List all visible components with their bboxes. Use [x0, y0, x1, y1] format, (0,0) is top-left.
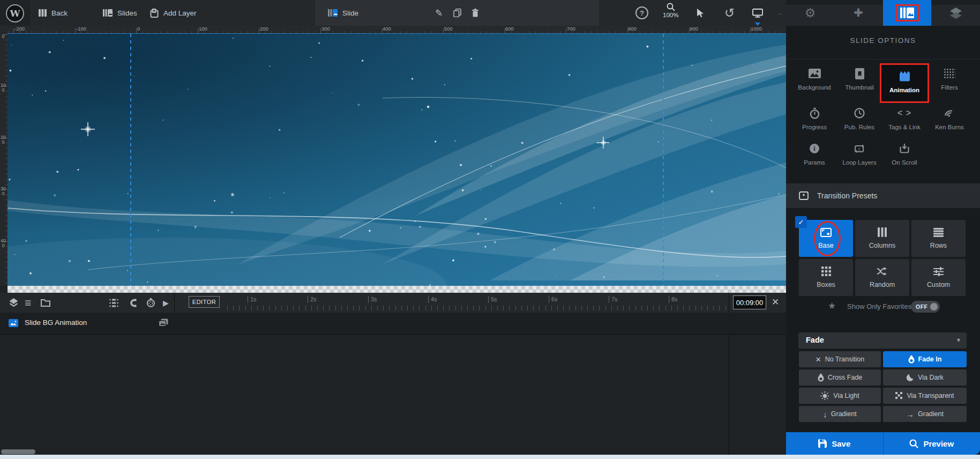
add-layer-button[interactable]: Add Layer [149, 0, 197, 26]
timeline-menu-icon[interactable]: ≡ [25, 293, 31, 313]
slide-tab[interactable]: Slide [328, 0, 358, 26]
horizontal-scrollbar-thumb[interactable] [1, 449, 35, 454]
option-params[interactable]: i Params [792, 142, 837, 173]
vertical-ruler[interactable]: 0 100 200 300 400 [0, 33, 8, 286]
ruler-label: 800 [628, 26, 637, 32]
panel-title: SLIDE OPTIONS [786, 36, 980, 45]
tags-link-icon: < > [882, 106, 927, 120]
slide-background-image [8, 34, 786, 286]
option-loop-layers[interactable]: 1 Loop Layers [837, 142, 882, 173]
transition-via-light[interactable]: Via Light [799, 388, 881, 404]
wordpress-logo-icon[interactable]: W [6, 4, 24, 23]
transition-via-dark[interactable]: Via Dark [883, 369, 967, 386]
slide-label: Slide [342, 9, 358, 17]
editor-mode-badge[interactable]: EDITOR [189, 296, 220, 308]
timeline-snap-magnet-icon[interactable] [128, 293, 137, 313]
guide-line-left[interactable] [130, 34, 131, 286]
slides-button[interactable]: Slides [103, 0, 137, 26]
zoom-control[interactable]: 100% [663, 3, 678, 18]
clock-icon [837, 106, 882, 120]
star-icon[interactable]: ★ [828, 300, 836, 312]
slides-icon [103, 9, 113, 17]
edit-slide-icon[interactable]: ✎ [435, 0, 443, 26]
option-on-scroll[interactable]: On Scroll [882, 142, 927, 173]
layer-row-slide-bg[interactable]: Slide BG Animation [0, 313, 786, 335]
guide-line-right[interactable] [663, 34, 664, 286]
back-button[interactable]: Back [39, 0, 68, 26]
time-tick: 7s [609, 296, 618, 303]
save-button[interactable]: Save [786, 432, 884, 455]
timeline-layers-icon[interactable] [9, 293, 18, 313]
timeline-duration-icon[interactable] [146, 293, 155, 313]
preset-rows[interactable]: Rows [911, 220, 966, 257]
transition-gradient-down[interactable]: ↓ Gradient [799, 406, 881, 422]
time-tick: 8s [669, 296, 678, 303]
ruler-label: 300 [321, 26, 330, 32]
tab-slide-options[interactable] [883, 0, 931, 26]
ruler-label: 400 [1, 239, 6, 248]
option-thumbnail[interactable]: Thumbnail [837, 66, 882, 98]
undo-icon[interactable]: ↺ [724, 0, 735, 26]
preset-custom[interactable]: Custom [911, 259, 966, 296]
dropdown-value: Fade [806, 336, 824, 344]
delete-slide-icon[interactable] [472, 0, 479, 26]
progress-icon [792, 106, 837, 120]
tab-layers[interactable] [932, 0, 980, 26]
slide-canvas[interactable] [8, 33, 786, 286]
preset-base[interactable]: ✓ Base [799, 220, 853, 257]
transition-category-dropdown[interactable]: Fade ▾ [798, 332, 967, 349]
layer-media-stack-icon[interactable] [159, 319, 168, 327]
transition-cross-fade[interactable]: Cross Fade [799, 369, 881, 386]
svg-text:1: 1 [858, 147, 861, 151]
ruler-label: 200 [1, 135, 6, 145]
save-icon [818, 439, 827, 448]
ruler-label: 1000 [751, 26, 762, 32]
back-icon [39, 9, 47, 17]
option-progress[interactable]: Progress [792, 106, 837, 137]
option-animation[interactable]: Animation [880, 63, 929, 103]
device-preview-icon[interactable] [752, 0, 763, 26]
timeline-folder-icon[interactable] [41, 293, 50, 313]
toggle-knob [930, 303, 938, 310]
timeline-close-icon[interactable]: ✕ [772, 297, 779, 308]
divider [786, 59, 980, 60]
pointer-tool-icon[interactable] [697, 0, 705, 26]
add-layer-label: Add Layer [163, 9, 197, 17]
option-background[interactable]: Background [792, 66, 837, 98]
moon-icon [906, 374, 914, 382]
duplicate-slide-icon[interactable] [453, 0, 461, 26]
option-tags-link[interactable]: < > Tags & Link [882, 106, 927, 137]
arrow-down-icon: ↓ [823, 410, 827, 419]
ruler-label: 500 [444, 26, 453, 32]
horizontal-ruler[interactable]: -200 -100 0 100 200 300 400 500 600 700 … [8, 26, 786, 34]
gear-icon: ⚙ [805, 6, 816, 20]
preset-random[interactable]: Random [855, 259, 909, 296]
time-tick: 6s [549, 296, 558, 303]
option-filters[interactable]: Filters [927, 66, 972, 98]
option-pub-rules[interactable]: Pub. Rules [837, 106, 882, 137]
sun-icon [820, 391, 829, 401]
transition-via-transparent[interactable]: Via Transparent [883, 388, 967, 404]
slide-icon [328, 9, 338, 17]
ruler-label: 100 [1, 83, 6, 93]
slide-section: Slide ✎ [315, 0, 599, 26]
favorites-toggle[interactable]: OFF [911, 301, 940, 313]
preset-columns[interactable]: Columns [855, 220, 909, 257]
tab-modules[interactable]: ✚ [834, 0, 882, 26]
info-icon: i [792, 142, 837, 156]
help-icon[interactable]: ? [635, 0, 648, 26]
transition-gradient-right[interactable]: → Gradient [883, 406, 967, 422]
time-ruler-ticks[interactable] [227, 306, 729, 310]
tab-slider-settings[interactable]: ⚙ [786, 0, 834, 26]
panel-collapse-arrow-icon[interactable]: → [776, 9, 783, 17]
timeline-play-icon[interactable]: ▶ [163, 293, 169, 313]
timeline-keyframes-icon[interactable] [109, 293, 118, 313]
slide-duration-input[interactable]: 00:09:00 [733, 295, 766, 309]
ruler-label: 300 [1, 187, 6, 196]
option-ken-burns[interactable]: Ken Burns [927, 106, 972, 137]
transition-no-transition[interactable]: ✕ No Transition [799, 351, 881, 367]
transition-fade-in[interactable]: Fade In [883, 351, 967, 367]
transition-presets-header[interactable]: Transition Presets [786, 183, 980, 208]
preview-button[interactable]: Preview [884, 432, 980, 455]
preset-boxes[interactable]: Boxes [799, 259, 853, 296]
